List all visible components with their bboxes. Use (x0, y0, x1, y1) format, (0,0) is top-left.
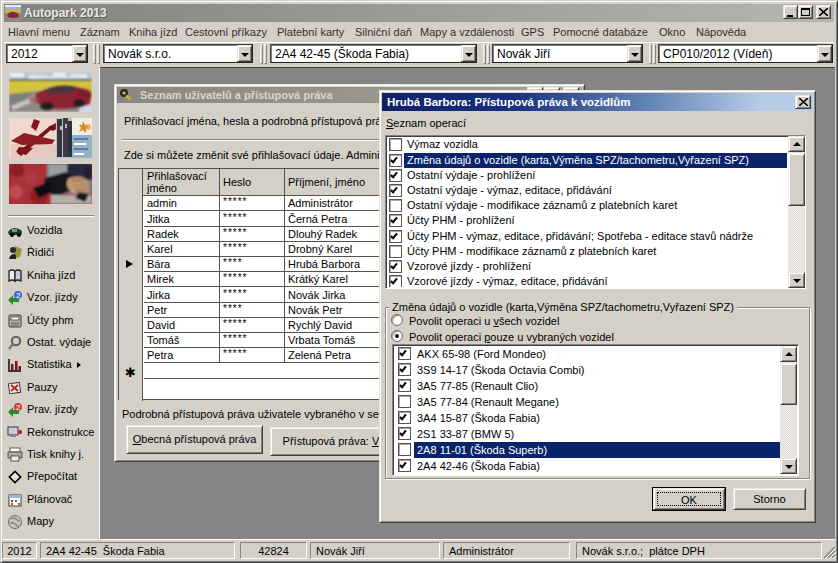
svg-text:2: 2 (16, 291, 21, 300)
svg-text:2: 2 (16, 403, 21, 412)
